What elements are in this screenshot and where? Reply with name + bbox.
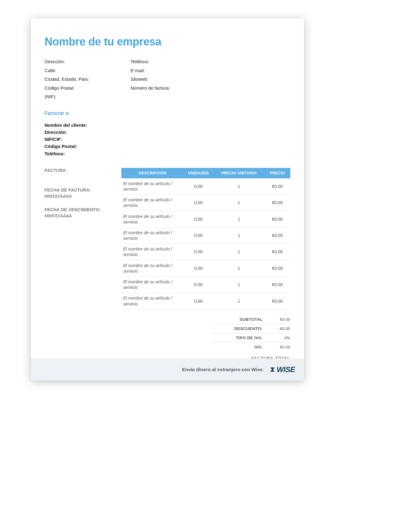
cell-price: €0.00 [264,277,290,293]
cell-description: El nombre de su artículo / servicio [121,195,184,211]
cell-unit-price: 1 [213,227,264,243]
discount-label: DESCUENTO: [217,326,263,331]
cell-price: €0.00 [264,260,290,276]
table-row: El nombre de su artículo / servicio0.001… [121,227,290,243]
cell-price: €0.00 [264,293,290,309]
table-row: El nombre de su artículo / servicio0.001… [121,277,290,293]
client-name-label: Nombre del cliente: [45,122,290,129]
client-address-label: Dirección: [45,129,290,136]
cell-unit-price: 1 [213,178,264,195]
table-row: El nombre de su artículo / servicio0.001… [121,260,290,276]
company-info-right: Teléfono: E-mail: Sitoweb: Número de fac… [131,57,192,101]
cell-description: El nombre de su artículo / servicio [121,260,184,276]
client-nif-label: NIF/CIF: [45,136,290,143]
footer: Envía dinero al extranjero con Wise. WIS… [31,359,304,381]
subtotal-value: €0.00 [269,317,290,322]
th-description: DESCRIPCIÓN [121,168,184,178]
invoice-meta: FACTURA: FECHA DE FACTURA: MM/DD/AAAA FE… [45,168,112,227]
invoice-due-value: MM/DD/AAAA [45,213,112,218]
cell-description: El nombre de su artículo / servicio [121,227,184,243]
line-items-wrap: DESCRIPCIÓN UNIDADES PRECIO UNITARIO PRE… [121,168,290,375]
cell-price: €0.00 [264,211,290,227]
cell-units: 0.00 [184,293,213,309]
cell-description: El nombre de su artículo / servicio [121,293,184,309]
cell-description: El nombre de su artículo / servicio [121,244,184,260]
th-units: UNIDADES [184,168,213,178]
cell-description: El nombre de su artículo / servicio [121,277,184,293]
cell-units: 0.00 [184,211,213,227]
street-label: Calle: [45,66,106,75]
cell-price: €0.00 [264,195,290,211]
company-name: Nombre de tu empresa [45,35,290,48]
th-price: PRECIO [264,168,290,178]
wise-brand-text: WISE [277,365,295,374]
invoice-no-label: Número de factura: [131,84,192,93]
subtotal-label: SUBTOTAL [217,317,263,322]
invoice-date-label: FECHA DE FACTURA: [45,188,112,192]
cell-units: 0.00 [184,227,213,243]
wise-logo: WISE [269,365,295,374]
client-postal-label: Código Postal: [45,143,290,150]
web-label: Sitoweb: [131,75,192,84]
vat-rate-value: 0% [269,336,290,340]
cell-unit-price: 1 [213,277,264,293]
cell-unit-price: 1 [213,293,264,309]
client-phone-label: Teléfono: [45,150,290,157]
nif-label: (NIF): [45,92,106,101]
email-label: E-mail: [131,66,192,75]
th-unit-price: PRECIO UNITARIO [213,168,264,178]
vat-rate-label: TIPO DE IVA: [217,336,263,340]
cell-price: €0.00 [264,227,290,243]
cell-unit-price: 1 [213,260,264,276]
cell-description: El nombre de su artículo / servicio [121,211,184,227]
bill-to-fields: Nombre del cliente: Dirección: NIF/CIF: … [45,122,290,157]
phone-label: Teléfono: [131,57,192,66]
cell-units: 0.00 [184,277,213,293]
cell-unit-price: 1 [213,244,264,260]
table-row: El nombre de su artículo / servicio0.001… [121,195,290,211]
cell-unit-price: 1 [213,195,264,211]
city-label: Ciudad, Estado, País: [45,75,106,84]
invoice-date-value: MM/DD/AAAA [45,194,112,199]
table-row: El nombre de su artículo / servicio0.001… [121,244,290,260]
table-row: El nombre de su artículo / servicio0.001… [121,211,290,227]
bill-to-title: Facturar a: [45,111,290,116]
line-items-table: DESCRIPCIÓN UNIDADES PRECIO UNITARIO PRE… [121,168,290,309]
vat-label: IVA: [217,345,263,349]
wise-flag-icon [269,367,276,373]
cell-unit-price: 1 [213,211,264,227]
vat-value: €0.00 [269,345,290,349]
table-row: El nombre de su artículo / servicio0.001… [121,293,290,309]
cell-units: 0.00 [184,178,213,195]
company-info: Dirección: Calle: Ciudad, Estado, País: … [45,57,290,101]
cell-units: 0.00 [184,195,213,211]
cell-description: El nombre de su artículo / servicio [121,178,184,195]
address-label: Dirección: [45,57,106,66]
invoice-due-label: FECHA DE VENCIMIENTO: [45,207,112,212]
discount-value: - €0.00 [269,326,290,331]
footer-text: Envía dinero al extranjero con Wise. [182,367,264,372]
cell-price: €0.00 [264,178,290,195]
invoice-label: FACTURA: [45,168,112,173]
postal-label: Código Postal: [45,84,106,93]
invoice-page: Nombre de tu empresa Dirección: Calle: C… [31,18,304,381]
company-info-left: Dirección: Calle: Ciudad, Estado, País: … [45,57,106,101]
cell-units: 0.00 [184,244,213,260]
table-row: El nombre de su artículo / servicio0.001… [121,178,290,195]
cell-units: 0.00 [184,260,213,276]
cell-price: €0.00 [264,244,290,260]
